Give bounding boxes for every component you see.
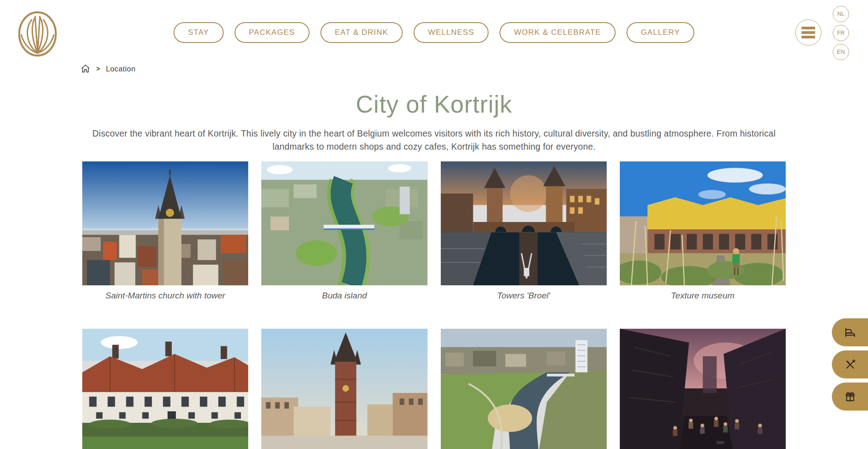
- intro-paragraph: Discover the vibrant heart of Kortrijk. …: [81, 127, 787, 154]
- gallery-image-river-bend-park[interactable]: [441, 329, 607, 449]
- gallery-card: [261, 329, 427, 449]
- nav-stay[interactable]: STAY: [174, 22, 224, 43]
- lang-fr-button[interactable]: FR: [833, 25, 849, 41]
- gallery-card: [82, 329, 248, 449]
- nav-eat-drink[interactable]: EAT & DRINK: [320, 22, 402, 43]
- gallery-card: Buda island: [261, 161, 427, 302]
- hamburger-bar: [802, 31, 815, 34]
- main-navigation: STAY PACKAGES EAT & DRINK WELLNESS WORK …: [174, 22, 694, 43]
- lang-en-button[interactable]: EN: [833, 44, 849, 60]
- restaurant-icon: [844, 359, 856, 371]
- gallery-image-texture-museum[interactable]: [620, 161, 786, 285]
- gallery-card: Saint-Martins church with tower: [82, 161, 248, 302]
- gallery-caption: Saint-Martins church with tower: [82, 291, 248, 302]
- quick-action-bar: [832, 318, 868, 411]
- gallery-card: Texture museum: [620, 161, 786, 302]
- gallery-card: [441, 329, 607, 449]
- gallery-caption: Buda island: [261, 291, 427, 302]
- gallery-image-buda-island[interactable]: [261, 161, 427, 285]
- gallery-card: Towers 'Broel': [441, 161, 607, 302]
- gallery-caption: Texture museum: [620, 291, 786, 302]
- gift-icon: [844, 391, 856, 403]
- gift-voucher-button[interactable]: [832, 383, 868, 411]
- home-icon[interactable]: [80, 64, 90, 74]
- gallery-image-broel-towers[interactable]: [441, 161, 607, 285]
- bed-icon: [844, 326, 856, 339]
- hamburger-bar: [802, 36, 815, 38]
- gallery-caption: Towers 'Broel': [441, 291, 607, 302]
- nav-gallery[interactable]: GALLERY: [627, 22, 695, 43]
- gallery-image-saint-martins-church[interactable]: [82, 161, 248, 285]
- book-room-button[interactable]: [832, 318, 868, 346]
- site-header: STAY PACKAGES EAT & DRINK WELLNESS WORK …: [0, 0, 868, 55]
- nav-packages[interactable]: PACKAGES: [235, 22, 310, 43]
- gallery-card: [620, 329, 786, 449]
- gallery-image-belfry-tower[interactable]: [261, 329, 427, 449]
- breadcrumb-separator: >: [96, 65, 100, 72]
- page-title: City of Kortrijk: [0, 90, 868, 118]
- nav-work-celebrate[interactable]: WORK & CELEBRATE: [500, 22, 616, 43]
- gallery-image-medieval-street-vr[interactable]: [620, 329, 786, 449]
- book-table-button[interactable]: [832, 350, 868, 378]
- lang-nl-button[interactable]: NL: [833, 6, 849, 22]
- photo-gallery: Saint-Martins church with tower: [82, 161, 786, 449]
- hamburger-icon[interactable]: [795, 19, 821, 46]
- breadcrumb-current: Location: [106, 65, 136, 73]
- nav-wellness[interactable]: WELLNESS: [414, 22, 489, 43]
- hamburger-bar: [802, 27, 815, 29]
- language-switcher: NL FR EN: [833, 6, 849, 60]
- gallery-image-beguinage-houses[interactable]: [82, 329, 248, 449]
- brand-leaf-logo[interactable]: [14, 10, 61, 55]
- breadcrumb: > Location: [80, 63, 868, 74]
